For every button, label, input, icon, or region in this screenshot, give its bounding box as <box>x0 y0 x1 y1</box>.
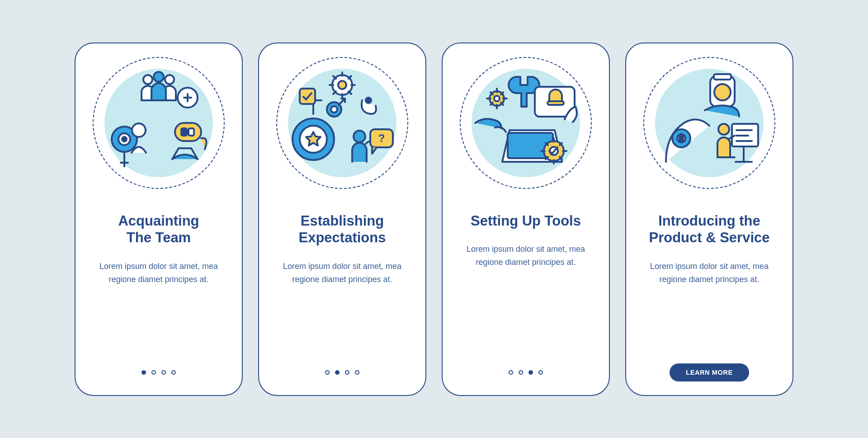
svg-rect-32 <box>547 101 564 105</box>
svg-point-34 <box>544 141 564 161</box>
svg-point-35 <box>550 147 558 155</box>
onboarding-footer: LEARN MORE <box>639 365 780 380</box>
page-dot-4[interactable] <box>538 370 543 375</box>
svg-point-0 <box>143 75 152 84</box>
svg-point-1 <box>165 75 174 84</box>
svg-point-8 <box>122 137 127 141</box>
svg-point-26 <box>354 131 365 142</box>
svg-point-42 <box>680 134 683 137</box>
page-dot-4[interactable] <box>355 370 359 375</box>
svg-line-51 <box>728 136 735 139</box>
onboarding-screens-row: Acquainting The Team Lorem ipsum dolor s… <box>75 42 793 396</box>
svg-rect-27 <box>370 129 393 147</box>
onboarding-description: Lorem ipsum dolor sit amet, mea regione … <box>88 260 229 286</box>
svg-point-2 <box>154 72 164 82</box>
svg-rect-36 <box>710 76 735 107</box>
team-icon <box>104 69 213 177</box>
pagination-dots <box>272 365 413 380</box>
page-dot-1[interactable] <box>509 370 513 375</box>
page-dot-4[interactable] <box>171 370 176 375</box>
onboarding-title: Setting Up Tools <box>471 212 581 230</box>
learn-more-button[interactable]: LEARN MORE <box>670 363 749 381</box>
svg-point-15 <box>292 118 334 160</box>
svg-rect-37 <box>714 74 731 80</box>
onboarding-content: Introducing the Product & Service Lorem … <box>639 212 780 365</box>
tools-icon <box>472 69 580 177</box>
svg-point-16 <box>300 126 327 153</box>
svg-point-40 <box>677 134 685 142</box>
svg-point-29 <box>490 91 504 106</box>
svg-point-6 <box>112 127 137 152</box>
onboarding-description: Lorem ipsum dolor sit amet, mea regione … <box>272 260 413 286</box>
page-dot-2[interactable] <box>151 370 156 375</box>
expectations-icon: ? <box>288 69 396 177</box>
onboarding-card-setting-up-tools: Setting Up Tools Lorem ipsum dolor sit a… <box>442 42 610 396</box>
onboarding-content: Establishing Expectations Lorem ipsum do… <box>272 212 413 365</box>
page-dot-1[interactable] <box>325 370 330 375</box>
svg-rect-14 <box>189 128 194 136</box>
svg-point-22 <box>327 102 341 117</box>
page-dot-2[interactable] <box>519 370 523 375</box>
svg-rect-45 <box>732 124 758 146</box>
svg-text:?: ? <box>378 132 385 144</box>
onboarding-description: Lorem ipsum dolor sit amet, mea regione … <box>639 260 780 286</box>
svg-rect-31 <box>535 87 575 117</box>
onboarding-card-acquainting-team: Acquainting The Team Lorem ipsum dolor s… <box>75 42 243 396</box>
onboarding-card-introducing-product: Introducing the Product & Service Lorem … <box>625 42 793 396</box>
page-dot-1[interactable] <box>142 370 146 375</box>
svg-point-25 <box>366 98 371 103</box>
svg-line-24 <box>339 99 344 105</box>
product-icon <box>655 69 764 177</box>
svg-point-23 <box>331 106 337 113</box>
onboarding-description: Lorem ipsum dolor sit amet, mea regione … <box>455 243 596 269</box>
onboarding-content: Acquainting The Team Lorem ipsum dolor s… <box>88 212 229 365</box>
pagination-dots <box>455 365 596 380</box>
svg-point-11 <box>132 123 146 137</box>
svg-point-21 <box>338 81 346 89</box>
svg-point-38 <box>714 84 731 100</box>
svg-rect-13 <box>181 128 187 136</box>
svg-point-3 <box>178 88 198 108</box>
page-dot-3[interactable] <box>528 370 533 375</box>
page-dot-3[interactable] <box>161 370 166 375</box>
page-dot-3[interactable] <box>345 370 349 375</box>
svg-rect-41 <box>679 137 683 141</box>
onboarding-title: Introducing the Product & Service <box>649 212 769 247</box>
svg-rect-12 <box>175 123 201 141</box>
pagination-dots <box>88 365 229 380</box>
onboarding-content: Setting Up Tools Lorem ipsum dolor sit a… <box>455 212 596 365</box>
svg-point-30 <box>494 96 500 101</box>
svg-point-7 <box>118 133 130 145</box>
svg-point-43 <box>718 124 729 135</box>
onboarding-card-establishing-expectations: ? Establishing Expectations Lorem ipsum … <box>258 42 426 396</box>
svg-point-39 <box>672 129 690 147</box>
onboarding-title: Acquainting The Team <box>118 212 199 247</box>
page-dot-2[interactable] <box>335 370 340 375</box>
svg-rect-19 <box>300 89 315 104</box>
svg-rect-33 <box>508 133 553 158</box>
svg-point-20 <box>332 75 352 95</box>
onboarding-title: Establishing Expectations <box>299 212 386 247</box>
